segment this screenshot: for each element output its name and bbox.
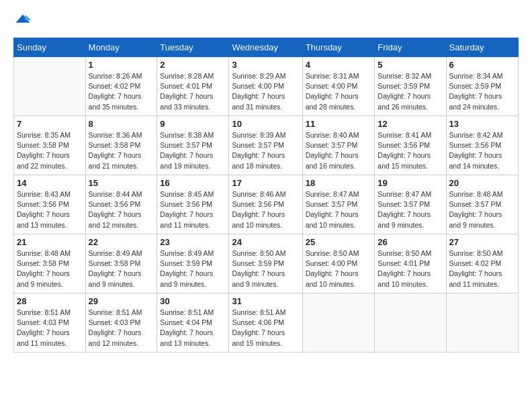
day-info: Sunrise: 8:49 AMSunset: 3:59 PMDaylight:… [160,248,226,289]
calendar-cell: 26Sunrise: 8:50 AMSunset: 4:01 PMDayligh… [375,234,446,293]
day-number: 5 [378,60,443,70]
day-info: Sunrise: 8:50 AMSunset: 4:01 PMDaylight:… [378,248,443,289]
day-number: 18 [306,178,372,188]
calendar-cell: 29Sunrise: 8:51 AMSunset: 4:03 PMDayligh… [85,293,157,353]
day-info: Sunrise: 8:50 AMSunset: 3:59 PMDaylight:… [232,248,299,289]
day-number: 17 [232,178,299,188]
day-info: Sunrise: 8:42 AMSunset: 3:56 PMDaylight:… [449,130,515,171]
week-row-5: 28Sunrise: 8:51 AMSunset: 4:03 PMDayligh… [14,293,519,353]
header-row: SundayMondayTuesdayWednesdayThursdayFrid… [14,38,519,57]
header [13,12,519,31]
calendar-table: SundayMondayTuesdayWednesdayThursdayFrid… [13,38,519,353]
day-number: 13 [449,119,515,129]
day-number: 4 [306,60,372,70]
calendar-header: SundayMondayTuesdayWednesdayThursdayFrid… [14,38,519,57]
day-number: 26 [378,237,443,247]
day-number: 28 [17,296,83,306]
week-row-2: 7Sunrise: 8:35 AMSunset: 3:58 PMDaylight… [14,116,519,175]
day-info: Sunrise: 8:47 AMSunset: 3:57 PMDaylight:… [306,189,372,230]
day-info: Sunrise: 8:38 AMSunset: 3:57 PMDaylight:… [160,130,226,171]
calendar-cell: 4Sunrise: 8:31 AMSunset: 4:00 PMDaylight… [302,57,375,116]
day-number: 21 [17,237,83,247]
calendar-body: 1Sunrise: 8:26 AMSunset: 4:02 PMDaylight… [14,57,519,353]
day-number: 12 [378,119,443,129]
day-number: 16 [160,178,226,188]
calendar-cell [375,293,446,353]
calendar-cell [446,293,518,353]
day-info: Sunrise: 8:51 AMSunset: 4:03 PMDaylight:… [89,308,154,349]
day-number: 6 [449,60,515,70]
calendar-cell: 18Sunrise: 8:47 AMSunset: 3:57 PMDayligh… [302,175,375,234]
calendar-cell: 17Sunrise: 8:46 AMSunset: 3:56 PMDayligh… [229,175,302,234]
day-info: Sunrise: 8:49 AMSunset: 3:58 PMDaylight:… [89,248,154,289]
day-header-saturday: Saturday [446,38,518,57]
calendar-cell: 22Sunrise: 8:49 AMSunset: 3:58 PMDayligh… [85,234,157,293]
day-number: 20 [449,178,515,188]
day-info: Sunrise: 8:29 AMSunset: 4:00 PMDaylight:… [232,71,299,112]
day-info: Sunrise: 8:46 AMSunset: 3:56 PMDaylight:… [232,189,299,230]
day-info: Sunrise: 8:35 AMSunset: 3:58 PMDaylight:… [17,130,83,171]
day-info: Sunrise: 8:39 AMSunset: 3:57 PMDaylight:… [232,130,299,171]
svg-marker-1 [26,15,32,21]
week-row-1: 1Sunrise: 8:26 AMSunset: 4:02 PMDaylight… [14,57,519,116]
logo [13,12,35,31]
day-info: Sunrise: 8:48 AMSunset: 3:58 PMDaylight:… [17,248,83,289]
calendar-cell: 13Sunrise: 8:42 AMSunset: 3:56 PMDayligh… [446,116,518,175]
calendar-cell: 16Sunrise: 8:45 AMSunset: 3:56 PMDayligh… [157,175,229,234]
calendar-cell: 19Sunrise: 8:47 AMSunset: 3:57 PMDayligh… [375,175,446,234]
day-number: 22 [89,237,154,247]
day-header-sunday: Sunday [14,38,86,57]
day-info: Sunrise: 8:47 AMSunset: 3:57 PMDaylight:… [378,189,443,230]
day-number: 25 [306,237,372,247]
day-info: Sunrise: 8:41 AMSunset: 3:56 PMDaylight:… [378,130,443,171]
calendar-cell: 8Sunrise: 8:36 AMSunset: 3:58 PMDaylight… [85,116,157,175]
calendar-cell: 9Sunrise: 8:38 AMSunset: 3:57 PMDaylight… [157,116,229,175]
day-header-friday: Friday [375,38,446,57]
calendar-cell [14,57,86,116]
calendar-cell: 25Sunrise: 8:50 AMSunset: 4:00 PMDayligh… [302,234,375,293]
calendar-cell: 24Sunrise: 8:50 AMSunset: 3:59 PMDayligh… [229,234,302,293]
day-header-tuesday: Tuesday [157,38,229,57]
day-number: 19 [378,178,443,188]
day-number: 10 [232,119,299,129]
calendar-cell: 10Sunrise: 8:39 AMSunset: 3:57 PMDayligh… [229,116,302,175]
day-header-thursday: Thursday [302,38,375,57]
day-info: Sunrise: 8:34 AMSunset: 3:59 PMDaylight:… [449,71,515,112]
day-info: Sunrise: 8:32 AMSunset: 3:59 PMDaylight:… [378,71,443,112]
calendar-cell: 7Sunrise: 8:35 AMSunset: 3:58 PMDaylight… [14,116,86,175]
day-info: Sunrise: 8:51 AMSunset: 4:03 PMDaylight:… [17,308,83,349]
day-info: Sunrise: 8:36 AMSunset: 3:58 PMDaylight:… [89,130,154,171]
calendar-cell: 2Sunrise: 8:28 AMSunset: 4:01 PMDaylight… [157,57,229,116]
calendar-cell: 28Sunrise: 8:51 AMSunset: 4:03 PMDayligh… [14,293,86,353]
day-info: Sunrise: 8:51 AMSunset: 4:06 PMDaylight:… [232,308,299,349]
calendar-cell: 27Sunrise: 8:50 AMSunset: 4:02 PMDayligh… [446,234,518,293]
calendar-cell: 12Sunrise: 8:41 AMSunset: 3:56 PMDayligh… [375,116,446,175]
calendar-cell: 1Sunrise: 8:26 AMSunset: 4:02 PMDaylight… [85,57,157,116]
week-row-4: 21Sunrise: 8:48 AMSunset: 3:58 PMDayligh… [14,234,519,293]
page: SundayMondayTuesdayWednesdayThursdayFrid… [0,0,532,411]
calendar-cell: 30Sunrise: 8:51 AMSunset: 4:04 PMDayligh… [157,293,229,353]
day-info: Sunrise: 8:45 AMSunset: 3:56 PMDaylight:… [160,189,226,230]
calendar-cell: 6Sunrise: 8:34 AMSunset: 3:59 PMDaylight… [446,57,518,116]
calendar-cell: 5Sunrise: 8:32 AMSunset: 3:59 PMDaylight… [375,57,446,116]
day-number: 29 [89,296,154,306]
day-number: 3 [232,60,299,70]
day-number: 27 [449,237,515,247]
day-number: 1 [89,60,154,70]
day-header-wednesday: Wednesday [229,38,302,57]
calendar-cell: 20Sunrise: 8:48 AMSunset: 3:57 PMDayligh… [446,175,518,234]
day-info: Sunrise: 8:28 AMSunset: 4:01 PMDaylight:… [160,71,226,112]
week-row-3: 14Sunrise: 8:43 AMSunset: 3:56 PMDayligh… [14,175,519,234]
logo-icon [13,12,32,31]
calendar-cell: 11Sunrise: 8:40 AMSunset: 3:57 PMDayligh… [302,116,375,175]
day-number: 9 [160,119,226,129]
day-number: 8 [89,119,154,129]
day-info: Sunrise: 8:50 AMSunset: 4:00 PMDaylight:… [306,248,372,289]
day-number: 24 [232,237,299,247]
day-number: 15 [89,178,154,188]
day-info: Sunrise: 8:50 AMSunset: 4:02 PMDaylight:… [449,248,515,289]
day-number: 30 [160,296,226,306]
day-info: Sunrise: 8:31 AMSunset: 4:00 PMDaylight:… [306,71,372,112]
day-number: 11 [306,119,372,129]
day-info: Sunrise: 8:43 AMSunset: 3:56 PMDaylight:… [17,189,83,230]
